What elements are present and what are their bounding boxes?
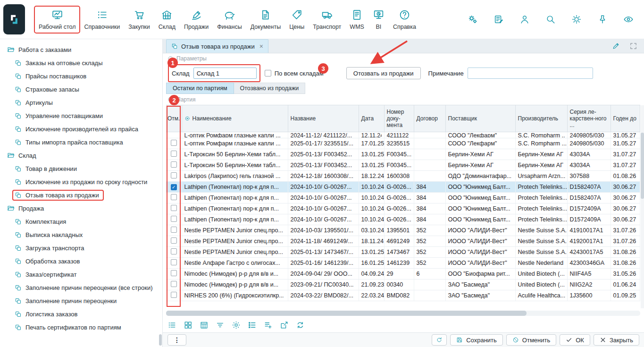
tab-close-icon[interactable]: × bbox=[259, 42, 263, 50]
tree-folder-9[interactable]: Склад bbox=[0, 149, 162, 162]
all-warehouses-checkbox[interactable] bbox=[265, 70, 271, 76]
column-header-6[interactable]: Договор bbox=[414, 105, 445, 132]
menu-item-4[interactable]: Склад bbox=[154, 6, 180, 33]
menu-item-3[interactable]: Закупки bbox=[124, 6, 154, 33]
column-header-8[interactable]: Производитель bbox=[515, 105, 567, 132]
column-header-1[interactable]: Отм. bbox=[166, 105, 182, 132]
row-checkbox[interactable] bbox=[171, 237, 177, 244]
column-header-2[interactable]: Наименование bbox=[182, 105, 288, 132]
close-button[interactable]: Закрыть bbox=[594, 334, 639, 346]
app-logo[interactable] bbox=[3, 4, 25, 34]
tree-item-5[interactable]: Артикулы bbox=[0, 96, 162, 109]
recall-from-sale-button[interactable]: Отозвать из продажи bbox=[346, 67, 421, 79]
user-icon[interactable] bbox=[519, 14, 530, 25]
table-row[interactable]: Nestle PEPTAMEN Junior спец.про...2024-1… bbox=[166, 236, 640, 246]
save-button[interactable]: Сохранить bbox=[450, 334, 503, 346]
column-header-10[interactable]: Годен до bbox=[611, 105, 640, 132]
tree-item-8[interactable]: Типы импорта прайса поставщика bbox=[0, 135, 162, 149]
tree-item-12[interactable]: Отзыв товара из продажи bbox=[0, 188, 162, 202]
tree-item-3[interactable]: Прайсы поставщиков bbox=[0, 69, 162, 83]
open-external-icon[interactable] bbox=[280, 321, 289, 330]
party-section-header[interactable]: Партия bbox=[163, 94, 644, 105]
row-checkbox[interactable] bbox=[171, 227, 177, 233]
menu-item-10[interactable]: WMS bbox=[345, 6, 368, 33]
row-checkbox[interactable] bbox=[171, 205, 177, 211]
table-row[interactable]: Lathipen (Тиопентал) пор-к для п...2024-… bbox=[166, 192, 640, 203]
row-checkbox[interactable] bbox=[171, 140, 177, 146]
row-checkbox[interactable] bbox=[171, 194, 177, 200]
table-view-icon[interactable] bbox=[200, 321, 209, 330]
tree-item-7[interactable]: Исключение производителей из прайса bbox=[0, 122, 162, 135]
visibility-icon[interactable] bbox=[623, 14, 634, 25]
row-checkbox[interactable] bbox=[171, 172, 177, 178]
subtab-1[interactable]: Остатки по партиям bbox=[166, 83, 234, 94]
hscroll-thumb[interactable] bbox=[166, 311, 527, 316]
tree-item-4[interactable]: Страховые запасы bbox=[0, 83, 162, 96]
row-checkbox[interactable] bbox=[171, 259, 177, 265]
tree-item-21[interactable]: Логистика заказов bbox=[0, 307, 162, 321]
menu-item-12[interactable]: Справка bbox=[389, 6, 420, 33]
tree-item-2[interactable]: Заказы на оптовые склады bbox=[0, 56, 162, 69]
tree-item-15[interactable]: Выписка накладных bbox=[0, 228, 162, 241]
tree-item-14[interactable]: Комплектация bbox=[0, 215, 162, 228]
table-row[interactable]: Lakripos (Лакрипос) гель глазной ...2024… bbox=[166, 170, 640, 181]
settings-gears-icon[interactable] bbox=[468, 14, 478, 25]
add-row-icon[interactable] bbox=[264, 321, 273, 330]
fullscreen-icon[interactable] bbox=[629, 42, 637, 50]
menu-item-2[interactable]: Справочники bbox=[80, 6, 124, 33]
menu-item-11[interactable]: BI bbox=[368, 6, 389, 33]
feedback-icon[interactable] bbox=[493, 14, 504, 25]
note-input[interactable] bbox=[468, 68, 593, 79]
sidebar-scrollbar-thumb[interactable] bbox=[159, 334, 162, 346]
column-header-3[interactable]: Название bbox=[288, 105, 359, 132]
grid-view-icon[interactable] bbox=[184, 321, 192, 330]
menu-item-5[interactable]: Продажи bbox=[180, 6, 213, 33]
brightness-icon[interactable] bbox=[571, 14, 582, 25]
column-header-4[interactable]: Дата bbox=[359, 105, 384, 132]
table-row[interactable]: NIRHES 200 (6%) (Гидроксиэтилкр...2024-0… bbox=[166, 290, 640, 301]
row-checkbox[interactable] bbox=[171, 184, 177, 190]
pin-icon[interactable] bbox=[597, 14, 608, 25]
tree-item-6[interactable]: Управление поставщиками bbox=[0, 109, 162, 122]
warehouse-input[interactable] bbox=[193, 68, 257, 79]
refresh-button[interactable] bbox=[432, 334, 447, 346]
column-header-9[interactable]: Серия ле-карствен-ного ... bbox=[567, 105, 611, 132]
cancel-button[interactable]: Отменить bbox=[506, 334, 556, 346]
edit-pencil-icon[interactable] bbox=[612, 42, 620, 50]
more-button[interactable]: ⋮ bbox=[167, 334, 186, 346]
vscroll-thumb[interactable] bbox=[641, 133, 644, 199]
tree-item-17[interactable]: Обработка заказов bbox=[0, 254, 162, 268]
table-row[interactable]: Lathipen (Тиопентал) пор-к для п...2024-… bbox=[166, 203, 640, 214]
row-checkbox[interactable] bbox=[171, 292, 177, 298]
menu-item-9[interactable]: Транспорт bbox=[309, 6, 345, 33]
table-row[interactable]: Nestle PEPTAMEN Junior спец.про...2024-1… bbox=[166, 225, 640, 236]
table-row[interactable]: Lathipen (Тиопентал) пор-к для п...2024-… bbox=[166, 181, 640, 192]
table-row[interactable]: Nestle PEPTAMEN Junior спец.про...2025-0… bbox=[166, 246, 640, 257]
tab-recall-from-sale[interactable]: Отзыв товара из продажи × bbox=[166, 39, 268, 53]
refresh-loop-icon[interactable] bbox=[296, 321, 305, 330]
table-row[interactable]: Nimodec (Нимодек) р-р для в/в и...2023-0… bbox=[166, 279, 640, 290]
table-row[interactable]: Lathipen (Тиопентал) пор-к для п...2024-… bbox=[166, 214, 640, 225]
menu-item-6[interactable]: Финансы bbox=[213, 6, 246, 33]
row-checkbox[interactable] bbox=[171, 248, 177, 254]
tree-item-22[interactable]: Печать сертификатов по партиям bbox=[0, 321, 162, 334]
gear-icon[interactable] bbox=[232, 321, 241, 330]
menu-item-8[interactable]: Цены bbox=[285, 6, 309, 33]
table-row[interactable]: Nestle Алфаре Гастро с олигосах...2025-0… bbox=[166, 257, 640, 268]
params-section-header[interactable]: Параметры bbox=[163, 53, 644, 64]
horizontal-scrollbar[interactable] bbox=[166, 311, 640, 316]
row-checkbox[interactable] bbox=[171, 216, 177, 222]
table-row[interactable]: L-оптик Ромфарм глазные капли ...2024-11… bbox=[166, 132, 640, 138]
table-row[interactable]: L-Тироксин 50 Берлин-Хеми табл...2025-01… bbox=[166, 149, 640, 160]
column-header-5[interactable]: Номер доку-мента bbox=[384, 105, 414, 132]
ok-button[interactable]: ОК bbox=[560, 334, 590, 346]
row-checkbox[interactable] bbox=[171, 161, 177, 168]
tree-item-20[interactable]: Заполнение причин переоценки bbox=[0, 294, 162, 307]
tree-item-18[interactable]: Заказ/сертификат bbox=[0, 268, 162, 281]
table-row[interactable]: L-Тироксин 50 Берлин-Хеми табл...2025-01… bbox=[166, 160, 640, 170]
search-icon[interactable] bbox=[545, 14, 556, 25]
tree-folder-13[interactable]: Продажа bbox=[0, 202, 162, 215]
list-view-icon[interactable] bbox=[167, 321, 176, 330]
tree-item-10[interactable]: Товар в движении bbox=[0, 162, 162, 175]
tree-item-19[interactable]: Заполнение причин переоценки (все строки… bbox=[0, 281, 162, 294]
